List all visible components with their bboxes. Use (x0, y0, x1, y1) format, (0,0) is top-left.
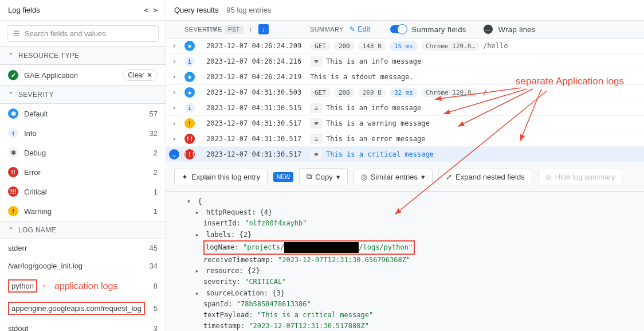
expand-icon[interactable]: › (172, 42, 176, 50)
size-pill: 269 B (358, 88, 386, 98)
severity-icon: i (184, 56, 195, 67)
highlighted-logname: python (8, 279, 37, 293)
status-pill: 200 (334, 88, 355, 98)
resource-type-item[interactable]: ✓ GAE Application Clear ✕ (0, 65, 166, 85)
log-row[interactable]: ›i2023-12-07 04:31:30.515≡This is an inf… (166, 100, 644, 116)
clear-button[interactable]: Clear ✕ (123, 69, 158, 81)
severity-icon: ! (8, 206, 18, 216)
severity-icon: !! (8, 167, 18, 177)
col-severity[interactable]: SEVERITY (182, 26, 206, 33)
sidebar-header: Log fields < > (0, 0, 166, 21)
query-results-panel: Query results 95 log entries SEVERITY TI… (166, 0, 644, 331)
search-box[interactable]: ☰ (7, 25, 159, 42)
log-row[interactable]: ›!2023-12-07 04:31:30.517≡This is a warn… (166, 116, 644, 131)
expand-icon[interactable]: › (172, 104, 176, 112)
log-row[interactable]: ›i2023-12-07 04:26:24.216≡This is an inf… (166, 54, 644, 69)
severity-item[interactable]: !Warning1 (0, 201, 166, 221)
close-icon: ✕ (147, 71, 152, 79)
expand-icon[interactable]: › (172, 88, 176, 96)
method-pill: GET (310, 41, 331, 51)
col-time[interactable]: TIME PST ↑ ↓ (206, 24, 307, 34)
logname-item[interactable]: /var/log/google_init.log34 (0, 257, 166, 275)
expand-icon[interactable]: › (172, 57, 176, 65)
message-icon: ≡ (310, 103, 323, 113)
severity-item[interactable]: !!Error2 (0, 162, 166, 182)
severity-icon: !!! (184, 149, 195, 159)
sort-desc-button[interactable]: ↓ (258, 24, 269, 34)
timestamp: 2023-12-07 04:26:24.209 (206, 42, 307, 50)
expand-icon: ⤢ (446, 173, 452, 181)
severity-icon: !! (184, 134, 195, 144)
severity-icon: ! (184, 118, 195, 128)
section-severity[interactable]: ⌃ SEVERITY (0, 85, 166, 104)
copy-button[interactable]: ⧉Copy ▾ (299, 168, 347, 185)
status-pill: 200 (334, 41, 355, 51)
timestamp: 2023-12-07 04:31:30.517 (206, 119, 307, 127)
logname-item[interactable]: stdout3 (0, 320, 166, 331)
log-row[interactable]: ›!!2023-12-07 04:31:30.517≡This is an er… (166, 131, 644, 147)
edit-button[interactable]: ✎Edit (350, 25, 371, 33)
message-text: This is an info message (326, 104, 421, 112)
similar-entries-button[interactable]: ◎Similar entries ▾ (354, 169, 433, 185)
caret-icon[interactable]: ▸ (195, 229, 202, 240)
redacted: xxxxxxxxxxxxxxxxxx (284, 242, 359, 253)
severity-item[interactable]: ✱Debug2 (0, 143, 166, 162)
logname-item[interactable]: python ← application logs8 (0, 275, 166, 297)
chevron-up-icon: ⌃ (8, 53, 14, 59)
message-text: This is an info message (326, 57, 421, 65)
section-log-name[interactable]: ⌃ LOG NAME (0, 221, 166, 239)
log-actions-bar: ✦Explain this log entry NEW ⧉Copy ▾ ◎Sim… (166, 162, 644, 192)
pencil-icon: ✎ (350, 25, 355, 33)
log-fields-sidebar: Log fields < > ☰ ⌃ RESOURCE TYPE ✓ GAE A… (0, 0, 166, 331)
search-input[interactable] (25, 29, 152, 38)
severity-icon: ✱ (184, 41, 195, 51)
method-pill: GET (310, 88, 331, 98)
log-row[interactable]: ›✱2023-12-07 04:26:24.219This is a stdou… (166, 69, 644, 85)
timestamp: 2023-12-07 04:26:24.216 (206, 57, 307, 65)
severity-icon: !!! (8, 186, 18, 197)
log-row[interactable]: ⌄!!!2023-12-07 04:31:30.517≡This is a cr… (166, 147, 644, 162)
hide-summary-button[interactable]: ⊘Hide log summary (538, 169, 623, 185)
explain-button[interactable]: ✦Explain this log entry (174, 169, 268, 185)
chevron-down-icon: ▾ (336, 173, 340, 181)
severity-item[interactable]: ✱Default57 (0, 104, 166, 123)
message-text: This is an error message (326, 135, 425, 143)
caret-icon[interactable]: ▸ (195, 207, 202, 218)
code-icon[interactable]: < > (144, 6, 158, 14)
expand-icon[interactable]: › (172, 135, 176, 143)
log-row[interactable]: ›✱2023-12-07 04:26:24.209GET200148 B15 m… (166, 38, 644, 54)
caret-icon[interactable]: ▸ (195, 266, 202, 277)
message-icon: ≡ (310, 56, 323, 67)
wrap-lines-toggle[interactable]: — (484, 25, 493, 34)
severity-item[interactable]: !!!Critical1 (0, 182, 166, 201)
col-summary: SUMMARY (310, 26, 344, 33)
check-icon: ✓ (8, 70, 18, 80)
agent-pill: Chrome 120.0… (421, 88, 480, 98)
new-badge: NEW (273, 172, 293, 182)
caret-icon[interactable]: ▾ (187, 196, 194, 207)
severity-icon: i (8, 128, 18, 138)
sort-asc-button[interactable]: ↑ (246, 24, 256, 34)
agent-pill: Chrome 120.0… (421, 41, 480, 51)
chevron-up-icon: ⌃ (8, 227, 14, 233)
log-row[interactable]: ›✱2023-12-07 04:31:30.503GET200269 B32 m… (166, 85, 644, 100)
severity-icon: ✱ (184, 72, 195, 82)
eye-off-icon: ⊘ (545, 173, 552, 181)
logname-item[interactable]: appengine.googleapis.com/request_log5 (0, 297, 166, 320)
expand-fields-button[interactable]: ⤢Expand nested fields (438, 169, 532, 185)
logname-item[interactable]: stderr45 (0, 239, 166, 257)
timestamp: 2023-12-07 04:31:30.503 (206, 88, 307, 96)
results-header: Query results 95 log entries (166, 0, 644, 21)
summary-fields-toggle[interactable] (390, 25, 406, 33)
sparkle-icon: ✦ (182, 173, 188, 181)
latency-pill: 15 ms (390, 41, 418, 51)
copy-icon: ⧉ (307, 172, 312, 181)
collapse-icon[interactable]: ⌄ (169, 149, 179, 159)
severity-item[interactable]: iInfo32 (0, 123, 166, 143)
message-text: This is a critical message (326, 150, 434, 158)
chevron-down-icon: ▾ (421, 173, 425, 181)
expand-icon[interactable]: › (172, 73, 176, 81)
section-resource-type[interactable]: ⌃ RESOURCE TYPE (0, 46, 166, 65)
caret-icon[interactable]: ▸ (195, 288, 202, 299)
expand-icon[interactable]: › (172, 119, 176, 127)
